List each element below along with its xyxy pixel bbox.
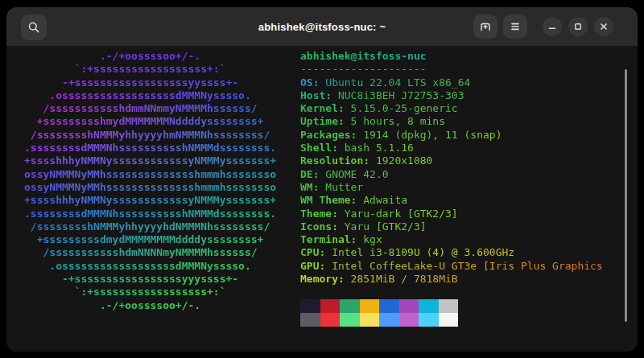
resolution-line: Resolution: 1920x1080 [300, 154, 432, 167]
ascii-art-line: `:+ssssssssssssssssss+:` [24, 63, 225, 76]
console-window: abhishek@itsfoss-nuc: ~ [6, 7, 638, 352]
terminal-line: Terminal: kgx [300, 233, 382, 246]
memory-line: Memory: 2851MiB / 7818MiB [300, 273, 458, 286]
palette-swatch [439, 299, 459, 313]
ascii-art-line: .ssssssssdMMMNhsssssssssshNMMMdssssssss. [24, 142, 276, 154]
palette-swatch [320, 313, 341, 327]
palette-swatch [360, 313, 380, 327]
shell-line: Shell: bash 5.1.16 [300, 142, 414, 154]
blank-line [300, 286, 603, 298]
scrollbar-thumb[interactable] [625, 69, 627, 322]
os-line: OS: Ubuntu 22.04 LTS x86_64 [300, 76, 470, 89]
cpu-line: CPU: Intel i3-8109U (4) @ 3.600GHz [300, 246, 514, 259]
ascii-art-line: ossyNMMMNyMMhsssssssssssssshmmmhssssssso [24, 181, 276, 194]
packages-line: Packages: 1914 (dpkg), 11 (snap) [300, 129, 502, 142]
palette-swatch [399, 313, 419, 327]
ascii-art-line: +ssssssssshmydMMMMMMMNddddyssssssss+ [24, 115, 263, 128]
palette-swatch [300, 313, 320, 327]
palette-swatch [340, 313, 360, 327]
palette-swatch [360, 299, 380, 313]
palette-swatch [439, 313, 459, 327]
palette-swatch [300, 299, 320, 313]
ascii-art-line: .-/+oossssoo+/-. [24, 299, 200, 312]
user-host-line: abhishek@itsfoss-nuc [300, 50, 427, 63]
separator-line: -------------------- [300, 63, 427, 76]
ascii-art-line: /ssssssssssshdmNNNNmyNMMMMhssssss/ [24, 246, 258, 259]
close-icon [598, 21, 609, 32]
ascii-art-line: /sssssssshNMMMyhhyyyyhdNMMMNhssssssss/ [24, 220, 270, 233]
kernel-line: Kernel: 5.15.0-25-generic [300, 102, 458, 115]
de-line: DE: GNOME 42.0 [300, 168, 389, 181]
palette-row [300, 313, 603, 327]
maximize-button[interactable] [568, 17, 588, 36]
icons-line: Icons: Yaru [GTK2/3] [300, 220, 427, 233]
theme-line: Theme: Yaru-dark [GTK2/3] [300, 208, 458, 220]
palette-swatch [379, 313, 399, 327]
palette-swatch [379, 299, 399, 313]
wm-line: WM: Mutter [300, 181, 363, 194]
palette-row [300, 299, 603, 313]
ascii-art-line: +sssshhhyNMMNyssssssssssssyNMMMysssssss+ [24, 154, 276, 167]
minimize-button[interactable] [543, 17, 562, 36]
system-info: abhishek@itsfoss-nuc--------------------… [300, 50, 603, 327]
palette-swatch [340, 299, 360, 313]
new-tab-button[interactable] [473, 14, 497, 39]
wm-theme-line: WM Theme: Adwaita [300, 194, 407, 207]
ascii-art-line: .ssssssssdMMMNhsssssssssshNMMMdssssssss. [24, 208, 276, 220]
ascii-art-line: /ssssssssssshdmmNNmmyNMMMMhssssss/ [24, 102, 258, 115]
ascii-art-line: ossyNMMMNyMMhsssssssssssssshmmmhssssssso [24, 168, 276, 181]
ascii-art-line: .ossssssssssssssssssdMMMNysssso. [24, 89, 251, 102]
new-tab-icon [479, 20, 492, 33]
ascii-art-line: +sssshhhyNMMNyssssssssssssyNMMMysssssss+ [24, 194, 276, 207]
maximize-icon [572, 21, 584, 32]
ascii-art-line: .ossssssssssssssssssdMMMNysssso. [24, 260, 251, 273]
host-line: Host: NUC8i3BEH J72753-303 [300, 89, 464, 102]
uptime-line: Uptime: 5 hours, 8 mins [300, 115, 445, 128]
gpu-line: GPU: Intel CoffeeLake-U GT3e [Iris Plus … [300, 260, 603, 273]
color-palette [300, 299, 603, 327]
terminal-viewport[interactable]: .-/+oossssoo+/-. `:+ssssssssssssssssss+:… [6, 47, 638, 352]
header-bar: abhishek@itsfoss-nuc: ~ [6, 7, 638, 47]
hamburger-menu-button[interactable] [503, 14, 527, 39]
hamburger-menu-icon [509, 20, 522, 33]
palette-swatch [320, 299, 341, 313]
ascii-art-line: /sssssssshNMMMyhhyyyyhmNMMMNhssssssss/ [24, 129, 270, 142]
palette-swatch [419, 313, 439, 327]
ascii-art: .-/+oossssoo+/-. `:+ssssssssssssssssss+:… [24, 50, 276, 312]
ascii-art-line: -+ssssssssssssssssssyyssss+- [24, 76, 238, 89]
minimize-icon [547, 21, 558, 32]
ascii-art-line: .-/+oossssoo+/-. [24, 50, 200, 63]
ascii-art-line: `:+ssssssssssssssssss+:` [24, 286, 225, 298]
palette-swatch [399, 299, 419, 313]
close-button[interactable] [594, 17, 613, 36]
ascii-art-line: -+sssssssssssssssssyyyssss+- [24, 273, 238, 286]
palette-swatch [419, 299, 439, 313]
ascii-art-line: +sssssssssdmydMMMMMMMMddddyssssssss+ [24, 233, 263, 246]
